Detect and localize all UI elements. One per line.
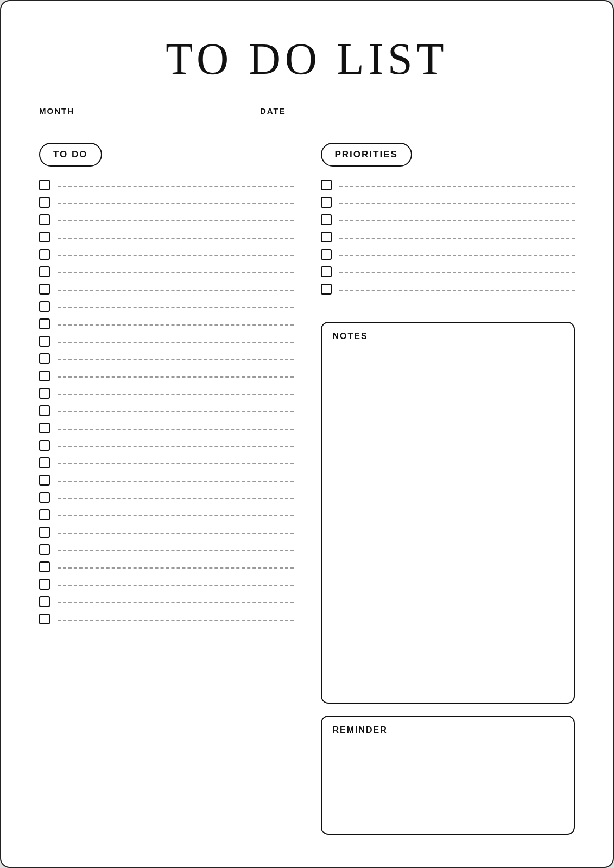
priority-item: [321, 228, 575, 246]
todo-item: [39, 506, 294, 524]
todo-checkbox[interactable]: [39, 509, 50, 520]
todo-checkbox[interactable]: [39, 492, 50, 503]
priorities-label: PRIORITIES: [321, 143, 412, 167]
todo-line: [58, 602, 294, 603]
priorities-section: PRIORITIES: [321, 143, 575, 310]
month-field: MONTH - - - - - - - - - - - - - - - - - …: [39, 106, 217, 116]
todo-line: [58, 446, 294, 447]
todo-checkbox[interactable]: [39, 318, 50, 329]
priority-checkbox[interactable]: [321, 232, 332, 242]
todo-line: [58, 272, 294, 273]
todo-checkbox[interactable]: [39, 614, 50, 624]
priority-line: [339, 220, 575, 221]
todo-line: [58, 290, 294, 291]
todo-line: [58, 307, 294, 308]
priority-item: [321, 246, 575, 263]
priority-line: [339, 290, 575, 291]
priority-checkbox[interactable]: [321, 284, 332, 295]
todo-line: [58, 567, 294, 569]
todo-checkbox[interactable]: [39, 457, 50, 468]
todo-item: [39, 211, 294, 228]
date-label: DATE: [260, 106, 286, 116]
todo-checkbox[interactable]: [39, 405, 50, 416]
todo-item: [39, 454, 294, 471]
todo-checkbox[interactable]: [39, 544, 50, 555]
todo-line: [58, 220, 294, 221]
todo-checkbox[interactable]: [39, 284, 50, 295]
todo-section: TO DO: [39, 143, 294, 835]
priorities-checklist: [321, 176, 575, 298]
page: TO DO LIST MONTH - - - - - - - - - - - -…: [0, 0, 614, 868]
todo-item: [39, 524, 294, 541]
todo-checklist: [39, 176, 294, 628]
todo-checkbox[interactable]: [39, 527, 50, 538]
todo-item: [39, 593, 294, 610]
todo-item: [39, 489, 294, 506]
todo-line: [58, 203, 294, 204]
todo-item: [39, 402, 294, 419]
todo-item: [39, 246, 294, 263]
todo-checkbox[interactable]: [39, 440, 50, 451]
todo-line: [58, 620, 294, 621]
date-field: DATE - - - - - - - - - - - - - - - - - -…: [260, 106, 428, 116]
todo-item: [39, 558, 294, 576]
priority-line: [339, 272, 575, 273]
reminder-section: REMINDER: [321, 716, 575, 835]
todo-item: [39, 350, 294, 367]
reminder-title: REMINDER: [333, 725, 564, 735]
priority-checkbox[interactable]: [321, 266, 332, 277]
meta-row: MONTH - - - - - - - - - - - - - - - - - …: [39, 106, 575, 116]
todo-checkbox[interactable]: [39, 596, 50, 607]
todo-item: [39, 298, 294, 315]
todo-checkbox[interactable]: [39, 475, 50, 486]
priority-checkbox[interactable]: [321, 197, 332, 208]
todo-checkbox[interactable]: [39, 353, 50, 364]
todo-item: [39, 228, 294, 246]
content-area: TO DO: [39, 143, 575, 835]
todo-line: [58, 585, 294, 586]
notes-title: NOTES: [333, 331, 564, 341]
priority-checkbox[interactable]: [321, 214, 332, 225]
todo-item: [39, 280, 294, 298]
todo-checkbox[interactable]: [39, 214, 50, 225]
todo-checkbox[interactable]: [39, 301, 50, 312]
todo-item: [39, 576, 294, 593]
todo-checkbox[interactable]: [39, 197, 50, 208]
todo-checkbox[interactable]: [39, 266, 50, 277]
todo-item: [39, 541, 294, 558]
todo-item: [39, 437, 294, 454]
todo-checkbox[interactable]: [39, 423, 50, 433]
todo-checkbox[interactable]: [39, 336, 50, 347]
priority-line: [339, 186, 575, 187]
todo-line: [58, 411, 294, 412]
todo-line: [58, 463, 294, 464]
month-dots: - - - - - - - - - - - - - - - - - - - - …: [81, 107, 217, 115]
todo-checkbox[interactable]: [39, 180, 50, 190]
page-title: TO DO LIST: [39, 34, 575, 85]
todo-checkbox[interactable]: [39, 371, 50, 381]
todo-checkbox[interactable]: [39, 579, 50, 590]
todo-checkbox[interactable]: [39, 249, 50, 260]
todo-checkbox[interactable]: [39, 388, 50, 399]
priority-item: [321, 194, 575, 211]
todo-label: TO DO: [39, 143, 102, 167]
priority-checkbox[interactable]: [321, 249, 332, 260]
todo-checkbox[interactable]: [39, 561, 50, 572]
todo-line: [58, 255, 294, 256]
todo-line: [58, 359, 294, 360]
todo-item: [39, 176, 294, 194]
todo-line: [58, 515, 294, 516]
todo-item: [39, 263, 294, 280]
notes-section: NOTES: [321, 322, 575, 704]
todo-item: [39, 194, 294, 211]
right-section: PRIORITIES NOTES REMINDER: [321, 143, 575, 835]
todo-item: [39, 385, 294, 402]
todo-item: [39, 610, 294, 628]
todo-item: [39, 419, 294, 437]
priority-item: [321, 211, 575, 228]
priority-checkbox[interactable]: [321, 180, 332, 190]
priority-item: [321, 176, 575, 194]
todo-line: [58, 533, 294, 534]
todo-checkbox[interactable]: [39, 232, 50, 242]
todo-line: [58, 550, 294, 551]
